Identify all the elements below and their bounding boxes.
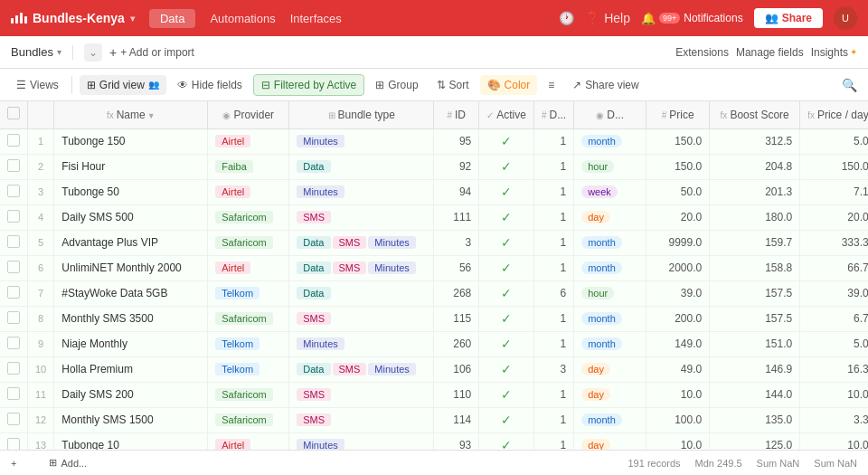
- row-checkbox[interactable]: [7, 438, 20, 451]
- filter-button[interactable]: ⊟ Filtered by Active: [253, 74, 364, 96]
- row-checkbox[interactable]: [7, 387, 20, 400]
- manage-fields-button[interactable]: Manage fields: [736, 46, 804, 59]
- row-checkbox[interactable]: [7, 362, 20, 375]
- row-checkbox-cell[interactable]: [0, 407, 28, 432]
- active-checkmark-icon: ✓: [501, 185, 512, 199]
- th-active[interactable]: ✓Active: [479, 101, 534, 128]
- row-id: 106: [434, 356, 479, 382]
- views-button[interactable]: ☰ Views: [11, 75, 64, 95]
- insights-button[interactable]: Insights✦: [811, 46, 857, 59]
- row-name: Holla Premium: [54, 356, 208, 382]
- provider-tag: Safaricom: [215, 236, 273, 249]
- row-boost-score: 146.9: [710, 356, 800, 382]
- share-view-button[interactable]: ↗ Share view: [565, 75, 646, 95]
- app-dropdown-icon[interactable]: ▾: [130, 14, 135, 24]
- row-checkbox[interactable]: [7, 261, 20, 273]
- row-id: 268: [434, 280, 479, 306]
- table-row: 3 Tubonge 50 Airtel Minutes 94 ✓ 1 week …: [0, 179, 868, 204]
- row-boost-score: 204.8: [710, 154, 800, 179]
- th-name[interactable]: fxName▼: [54, 101, 208, 128]
- bundle-type-tag: Minutes: [368, 261, 416, 274]
- active-checkmark-icon: ✓: [501, 261, 512, 275]
- th-d2[interactable]: ◉D...: [574, 101, 646, 128]
- row-checkbox[interactable]: [7, 413, 20, 425]
- group-button[interactable]: ⊞ Group: [368, 75, 425, 95]
- th-price[interactable]: #Price: [646, 101, 710, 128]
- grid-th-icon: ⊞: [328, 110, 335, 120]
- row-checkbox[interactable]: [7, 286, 20, 299]
- row-height-button[interactable]: ≡: [541, 75, 561, 95]
- help-icon[interactable]: ❓ Help: [585, 11, 630, 25]
- row-checkbox-cell[interactable]: [0, 179, 28, 204]
- duration-tag: month: [581, 261, 622, 274]
- th-d1[interactable]: #D...: [533, 101, 573, 128]
- row-name: Tubonge 50: [54, 179, 208, 204]
- data-table-container: fxName▼ ◉Provider ⊞Bundle type #ID ✓Acti…: [0, 101, 868, 450]
- row-checkbox-cell[interactable]: [0, 331, 28, 356]
- bundle-type-tag: Minutes: [368, 236, 416, 249]
- row-checkbox-cell[interactable]: [0, 128, 28, 154]
- breadcrumb-label: Bundles: [11, 45, 53, 59]
- notifications-button[interactable]: 🔔 99+ Notifications: [641, 12, 743, 25]
- row-d1: 1: [533, 432, 573, 450]
- row-checkbox[interactable]: [7, 311, 20, 324]
- row-checkbox-cell[interactable]: [0, 154, 28, 179]
- th-boost-score[interactable]: fxBoost Score: [710, 101, 800, 128]
- row-checkbox[interactable]: [7, 185, 20, 197]
- row-id: 111: [434, 204, 479, 230]
- th-provider[interactable]: ◉Provider: [208, 101, 289, 128]
- row-d1: 1: [533, 255, 573, 280]
- row-id: 260: [434, 331, 479, 356]
- add-field-button[interactable]: ⊞ Add...: [49, 457, 87, 469]
- nav-interfaces[interactable]: Interfaces: [290, 12, 342, 25]
- share-button[interactable]: 👥 Share: [754, 8, 823, 28]
- row-price-day: 5.0: [800, 128, 868, 154]
- toolbar: ☰ Views ⊞ Grid view 👥 👁 Hide fields ⊟ Fi…: [0, 69, 868, 101]
- history-icon[interactable]: 🕐: [559, 11, 574, 25]
- add-import-button[interactable]: + + Add or import: [109, 45, 194, 60]
- row-checkbox[interactable]: [7, 210, 20, 223]
- row-active: ✓: [479, 280, 534, 306]
- logo-icon: [11, 13, 27, 24]
- row-checkbox-cell[interactable]: [0, 432, 28, 450]
- hide-fields-button[interactable]: 👁 Hide fields: [170, 75, 250, 95]
- th-bundle-type[interactable]: ⊞Bundle type: [289, 101, 434, 128]
- th-id[interactable]: #ID: [434, 101, 479, 128]
- row-checkbox-cell[interactable]: [0, 306, 28, 331]
- row-checkbox-cell[interactable]: [0, 255, 28, 280]
- duration-tag: day: [581, 388, 610, 401]
- app-logo[interactable]: Bundles-Kenya ▾: [11, 11, 135, 25]
- row-bundle-type: SMS: [289, 407, 434, 432]
- share-view-icon: ↗: [572, 79, 581, 91]
- th-price-day[interactable]: fxPrice / day: [800, 101, 868, 128]
- bundle-type-tag: Minutes: [297, 135, 344, 147]
- color-button[interactable]: 🎨 Color: [480, 75, 538, 95]
- add-row-button[interactable]: +: [11, 458, 16, 469]
- row-checkbox-cell[interactable]: [0, 280, 28, 306]
- th-checkbox[interactable]: [0, 101, 28, 128]
- row-d1: 1: [533, 331, 573, 356]
- table-row: 9 Niaje Monthly Telkom Minutes 260 ✓ 1 m…: [0, 331, 868, 356]
- row-checkbox[interactable]: [7, 235, 20, 248]
- extensions-button[interactable]: Extensions: [675, 46, 729, 59]
- row-checkbox[interactable]: [7, 159, 20, 172]
- nav-data[interactable]: Data: [149, 9, 195, 28]
- row-checkbox-cell[interactable]: [0, 204, 28, 230]
- row-checkbox-cell[interactable]: [0, 382, 28, 407]
- row-checkbox-cell[interactable]: [0, 356, 28, 382]
- th-rownum: [28, 101, 54, 128]
- nav-automations[interactable]: Automations: [210, 12, 275, 25]
- row-price-day: 7.1: [800, 179, 868, 204]
- duration-tag: day: [581, 439, 610, 450]
- row-d2: month: [574, 331, 646, 356]
- row-checkbox[interactable]: [7, 337, 20, 349]
- row-checkbox[interactable]: [7, 134, 20, 147]
- grid-view-button[interactable]: ⊞ Grid view 👥: [80, 75, 166, 95]
- nav-expand-button[interactable]: ⌄: [84, 43, 102, 62]
- header-checkbox[interactable]: [7, 107, 20, 119]
- sort-button[interactable]: ⇅ Sort: [429, 75, 476, 95]
- breadcrumb-bundles[interactable]: Bundles ▾: [11, 45, 61, 59]
- row-checkbox-cell[interactable]: [0, 230, 28, 255]
- avatar[interactable]: U: [834, 6, 857, 30]
- search-button[interactable]: 🔍: [842, 78, 857, 92]
